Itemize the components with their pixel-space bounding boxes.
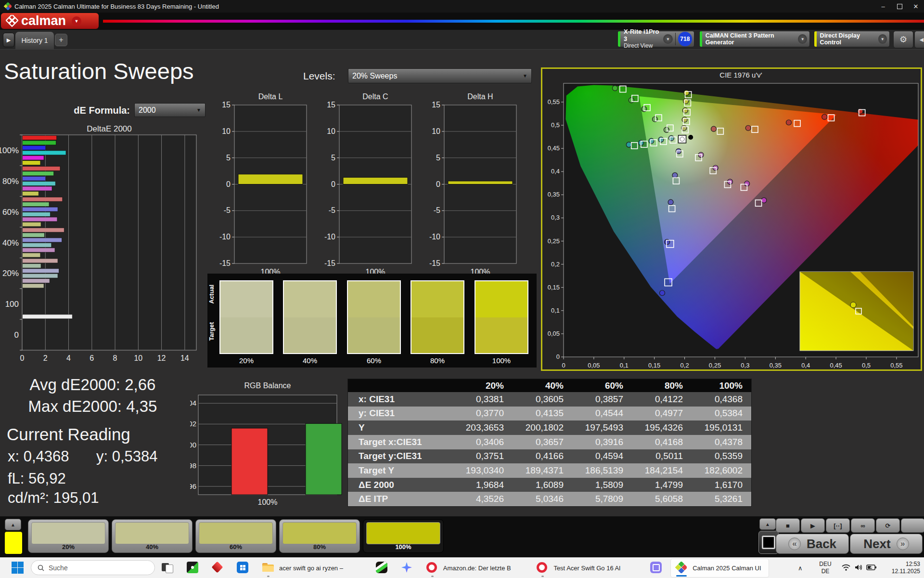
chevron-down-icon[interactable]: ▼ — [798, 34, 807, 44]
arrow-left-icon: ◀ — [920, 37, 924, 43]
table-column-header: 100% — [692, 381, 751, 391]
taskbar-app-opera-icon[interactable] — [426, 562, 438, 574]
taskbar-app-store-icon[interactable] — [237, 562, 249, 574]
chevron-down-icon[interactable]: ▼ — [878, 34, 887, 44]
delta-l-chart: Delta L151050-5-10-15100% — [207, 92, 313, 279]
mini-y-tick: 0 — [436, 180, 440, 188]
taskbar-app-calman-icon[interactable] — [675, 562, 688, 574]
tray-chevron-up-icon[interactable]: ∧ — [798, 565, 803, 572]
start-button[interactable] — [12, 562, 24, 574]
taskbar-app-opera-icon[interactable] — [536, 562, 549, 574]
wifi-icon[interactable] — [841, 564, 851, 571]
cie-x-tick: 0,45 — [830, 362, 842, 369]
taskbar-app-copilot-icon[interactable] — [401, 562, 413, 574]
meter-dropdown[interactable]: X-Rite i1Pro 3 Direct View ▼ 718 — [617, 31, 694, 47]
level-button-40%[interactable]: 40% — [112, 519, 192, 553]
taskbar-app-task-view-icon[interactable] — [162, 562, 174, 574]
meter-count-badge[interactable]: 718 — [678, 32, 692, 46]
table-cell: 200,1802 — [513, 422, 572, 433]
chevron-down-icon: ▼ — [523, 73, 527, 79]
levels-select[interactable]: 20% Sweeps▼ — [348, 68, 532, 83]
clock[interactable]: 12:53 12.11.2025 — [886, 561, 920, 575]
table-cell: 0,4594 — [572, 451, 632, 461]
de-formula-select[interactable]: 2000▼ — [134, 103, 205, 117]
close-button[interactable]: ✕ — [908, 0, 924, 13]
cie-chart-title: CIE 1976 u'v' — [719, 71, 762, 79]
tab-history-1[interactable]: History 1 — [15, 32, 54, 49]
cie-y-tick: 0,45 — [548, 144, 560, 152]
table-cell: 0,3857 — [572, 394, 632, 405]
display-control-name: Direct Display Control — [820, 32, 878, 46]
deltae-x-tick: 12 — [157, 354, 166, 362]
table-cell: 0,3770 — [453, 408, 513, 419]
pattern-generator-dropdown[interactable]: CalMAN Client 3 Pattern Generator ▼ — [699, 31, 810, 47]
reading-cdm2: cd/m²: 195,01 — [8, 489, 99, 507]
level-button-100%[interactable]: 100% — [363, 519, 444, 553]
play-button[interactable]: ▶ — [801, 518, 825, 533]
running-indicator — [431, 576, 434, 577]
swatch-label: 100% — [475, 356, 528, 365]
table-cell: 184,2154 — [632, 465, 692, 476]
table-cell: 0,4378 — [692, 437, 751, 447]
mini-y-tick: 10 — [327, 127, 335, 135]
table-cell: 0,5359 — [692, 451, 751, 461]
settings-button[interactable]: ⚙ — [893, 31, 913, 48]
taskbar-app-purple-app-icon[interactable] — [650, 562, 663, 574]
mini-y-tick: 10 — [222, 127, 231, 135]
next-button[interactable]: Next» — [850, 534, 923, 554]
taskbar-app-gauge-icon[interactable] — [187, 562, 199, 574]
table-cell: 5,7809 — [572, 494, 632, 504]
display-control-dropdown[interactable]: Direct Display Control ▼ — [814, 31, 890, 47]
table-cell: 4,3526 — [453, 494, 513, 504]
restore-button[interactable] — [891, 0, 908, 13]
table-cell: 1,6089 — [513, 480, 572, 490]
taskbar-app-label[interactable]: Test Acer Swift Go 16 Al — [553, 565, 620, 572]
volume-icon[interactable] — [854, 564, 863, 571]
table-cell: 1,5809 — [572, 480, 632, 490]
loop-button[interactable]: ∞ — [851, 518, 875, 533]
history-nav-button[interactable]: ▶ — [3, 33, 14, 47]
swatch-scroll-up-button[interactable]: ▲ — [5, 519, 21, 530]
transport-up-button[interactable]: ▲ — [759, 518, 776, 530]
taskbar-app-brave-icon[interactable] — [376, 562, 388, 574]
table-row: Target x:CIE310,34060,36570,39160,41680,… — [348, 435, 751, 449]
battery-icon[interactable] — [866, 564, 877, 571]
back-label: Back — [807, 537, 836, 552]
taskbar-app-label[interactable]: Calman 2025 Calman UI — [693, 565, 761, 572]
cie-x-tick: 0,2 — [680, 362, 689, 369]
search-input[interactable]: Suche — [31, 560, 155, 575]
taskbar-app-label[interactable]: acer swift go ai ryzen – — [279, 565, 343, 572]
search-icon — [37, 564, 45, 572]
level-button-80%[interactable]: 80% — [279, 519, 360, 553]
cie-x-tick: 0,05 — [588, 362, 600, 369]
calman-logo[interactable]: calman ▼ — [1, 13, 99, 29]
stop-button[interactable]: ■ — [776, 518, 800, 533]
level-button-20%[interactable]: 20% — [28, 519, 109, 553]
swatch-label: 60% — [347, 356, 401, 365]
mini-y-tick: -15 — [429, 259, 440, 267]
pattern-step-button[interactable]: [··] — [826, 518, 850, 533]
language-indicator[interactable]: DEU DE — [817, 561, 834, 575]
cie-y-tick: 0,2 — [551, 261, 560, 268]
levels-label: Levels: — [303, 70, 335, 82]
mini-y-tick: 0 — [331, 180, 335, 188]
chevron-down-icon[interactable]: ▼ — [663, 34, 673, 44]
minimize-button[interactable]: – — [875, 0, 891, 13]
extra-button[interactable] — [901, 518, 924, 533]
table-cell: 0,4168 — [632, 437, 692, 447]
refresh-button[interactable]: ⟳ — [876, 518, 900, 533]
level-button-60%[interactable]: 60% — [195, 519, 276, 553]
mini-y-tick: -5 — [434, 206, 440, 214]
taskbar-app-folder-icon[interactable] — [262, 562, 274, 574]
logo-menu-chevron-icon[interactable]: ▼ — [72, 16, 81, 26]
collapse-panel-button[interactable]: ◀ — [914, 31, 924, 48]
deltae-chart-title: DeltaE 2000 — [87, 124, 132, 133]
table-row-label: Target x:CIE31 — [348, 437, 453, 447]
meter-mode: Direct View — [624, 43, 663, 50]
measurement-table: 20%40%60%80%100%x: CIE310,33810,36050,38… — [347, 379, 752, 507]
back-button[interactable]: «Back — [776, 534, 849, 554]
taskbar-app-label[interactable]: Amazon.de: Der letzte B — [443, 565, 511, 572]
cie-x-tick: 0 — [562, 362, 565, 369]
add-history-button[interactable]: + — [55, 34, 67, 46]
taskbar-app-red-app-icon[interactable] — [212, 562, 224, 574]
